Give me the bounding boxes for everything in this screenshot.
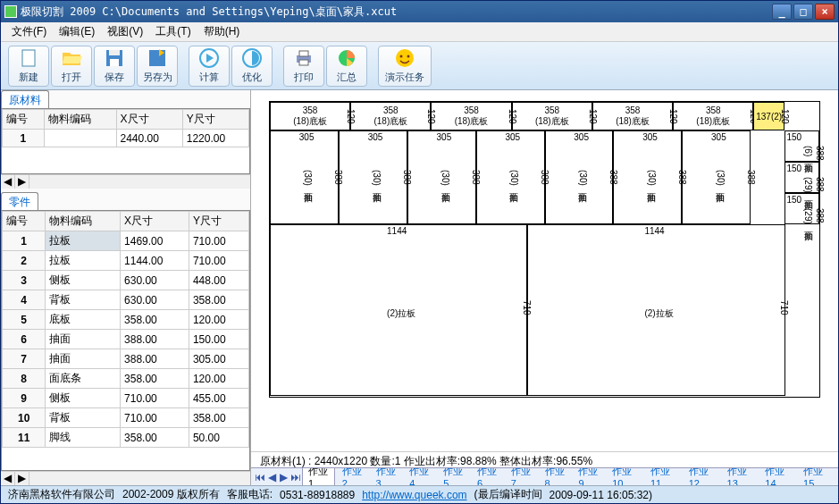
pcol-y[interactable]: Y尺寸 bbox=[189, 212, 248, 231]
close-button[interactable]: × bbox=[815, 4, 835, 20]
table-row[interactable]: 11脚线358.0050.00 bbox=[3, 428, 249, 448]
minimize-button[interactable]: _ bbox=[772, 4, 792, 20]
job-tab[interactable]: 作业8 bbox=[539, 467, 572, 485]
job-tab[interactable]: 作业1 bbox=[302, 467, 335, 485]
job-tab[interactable]: 作业13 bbox=[721, 467, 759, 485]
toolbar: 新建 打开 保存 另存为 计算 优化 打印 汇总 bbox=[1, 42, 838, 90]
app-window: 极限切割 2009 C:\Documents and Settings\Yepi… bbox=[0, 0, 839, 504]
parts-panel: 零件 编号 物料编码 X尺寸 Y尺寸 1拉板1469.00710.002拉板11… bbox=[1, 192, 250, 485]
menu-edit[interactable]: 编辑(E) bbox=[54, 22, 100, 41]
col-code[interactable]: 物料编码 bbox=[44, 110, 116, 130]
print-button[interactable]: 打印 bbox=[283, 46, 324, 87]
job-tab[interactable]: 作业12 bbox=[683, 467, 720, 485]
tab-last[interactable]: ⏭ bbox=[290, 471, 301, 483]
table-row[interactable]: 7抽面388.00305.00 bbox=[3, 349, 249, 369]
table-row[interactable]: 6抽面388.00150.00 bbox=[3, 330, 249, 349]
info-bar: 原材料(1) : 2440x1220 数量:1 作业出材率:98.88% 整体出… bbox=[251, 451, 838, 467]
job-tabstrip: ⏮ ◀ ▶ ⏭ 作业1作业2作业3作业4作业5作业6作业7作业8作业9作业10作… bbox=[251, 467, 838, 485]
job-tab[interactable]: 作业9 bbox=[572, 467, 605, 485]
summary-button[interactable]: 汇总 bbox=[326, 46, 367, 87]
dimension-label: 388 bbox=[746, 170, 756, 185]
right-pane: 358(18)底板120358(18)底板120358(18)底板120358(… bbox=[251, 90, 838, 485]
table-row[interactable]: 12440.001220.00 bbox=[3, 130, 249, 147]
pcol-code[interactable]: 物料编码 bbox=[46, 212, 121, 231]
svg-rect-0 bbox=[22, 50, 35, 66]
job-tab[interactable]: 作业5 bbox=[437, 467, 470, 485]
dimension-label: 305 bbox=[711, 132, 726, 142]
maximize-button[interactable]: □ bbox=[793, 4, 813, 20]
svg-rect-8 bbox=[299, 51, 308, 56]
chart-icon bbox=[336, 47, 357, 69]
dimension-label: 305 bbox=[505, 132, 520, 142]
open-button[interactable]: 打开 bbox=[51, 46, 92, 87]
menu-tools[interactable]: 工具(T) bbox=[150, 22, 196, 41]
job-tab[interactable]: 作业10 bbox=[606, 467, 643, 485]
dimension-label: (30)抽面 bbox=[301, 170, 314, 186]
job-tab[interactable]: 作业6 bbox=[471, 467, 504, 485]
job-tab[interactable]: 作业14 bbox=[759, 467, 796, 485]
save-icon bbox=[104, 47, 125, 69]
status-copyright: 2002-2009 版权所有 bbox=[122, 487, 220, 502]
job-tab[interactable]: 作业3 bbox=[370, 467, 403, 485]
menu-file[interactable]: 文件(F) bbox=[6, 22, 52, 41]
calc-button[interactable]: 计算 bbox=[189, 46, 230, 87]
tab-next[interactable]: ▶ bbox=[278, 471, 289, 483]
tab-prev[interactable]: ◀ bbox=[266, 471, 277, 483]
demo-button[interactable]: 演示任务 bbox=[378, 46, 432, 87]
table-row[interactable]: 10背板710.00358.00 bbox=[3, 408, 249, 428]
new-button[interactable]: 新建 bbox=[8, 46, 49, 87]
new-icon bbox=[18, 47, 39, 69]
dimension-label: 388 bbox=[815, 208, 825, 223]
parts-grid[interactable]: 编号 物料编码 X尺寸 Y尺寸 1拉板1469.00710.002拉板1144.… bbox=[2, 211, 249, 448]
dimension-label: 305 bbox=[642, 132, 658, 142]
dimension-label: (29)抽面 bbox=[801, 208, 814, 224]
parts-tab[interactable]: 零件 bbox=[1, 192, 38, 210]
status-url[interactable]: http://www.queek.com bbox=[362, 489, 466, 501]
smile-icon bbox=[394, 47, 415, 69]
col-x[interactable]: X尺寸 bbox=[116, 110, 182, 130]
table-row[interactable]: 8面底条358.00120.00 bbox=[3, 369, 249, 389]
dimension-label: 305 bbox=[437, 132, 452, 142]
menu-help[interactable]: 帮助(H) bbox=[198, 22, 246, 41]
job-tab[interactable]: 作业7 bbox=[505, 467, 538, 485]
table-row[interactable]: 3侧板630.00448.00 bbox=[3, 271, 249, 290]
dimension-label: (30)抽面 bbox=[645, 170, 658, 186]
job-tab[interactable]: 作业15 bbox=[797, 467, 835, 485]
dimension-label: 305 bbox=[574, 132, 589, 142]
rawmat-scroll[interactable]: ◀▶ bbox=[1, 174, 250, 189]
rawmat-tab[interactable]: 原材料 bbox=[1, 90, 49, 108]
menu-view[interactable]: 视图(V) bbox=[102, 22, 148, 41]
dimension-label: (29)抽面 bbox=[801, 177, 814, 193]
table-row[interactable]: 4背板630.00358.00 bbox=[3, 290, 249, 310]
col-id[interactable]: 编号 bbox=[3, 110, 45, 130]
layout-cell: 358(18)底板 bbox=[512, 102, 592, 130]
col-y[interactable]: Y尺寸 bbox=[182, 110, 248, 130]
table-row[interactable]: 5底板358.00120.00 bbox=[3, 310, 249, 330]
saveas-button[interactable]: 另存为 bbox=[137, 46, 178, 87]
dimension-label: (30)抽面 bbox=[439, 170, 451, 186]
save-button[interactable]: 保存 bbox=[94, 46, 135, 87]
rawmat-panel: 原材料 编号 物料编码 X尺寸 Y尺寸 12440.001220.00 ◀▶ bbox=[1, 90, 250, 189]
statusbar: 济南黑格软件有限公司 2002-2009 版权所有 客服电话: 0531-889… bbox=[1, 485, 838, 503]
window-title: 极限切割 2009 C:\Documents and Settings\Yepi… bbox=[21, 4, 772, 20]
dimension-label: (2)拉板 bbox=[644, 307, 673, 320]
table-row[interactable]: 2拉板1144.00710.00 bbox=[3, 251, 249, 271]
job-tab[interactable]: 作业2 bbox=[336, 467, 369, 485]
optimize-button[interactable]: 优化 bbox=[231, 46, 273, 87]
layout-canvas[interactable]: 358(18)底板120358(18)底板120358(18)底板120358(… bbox=[251, 90, 838, 451]
pcol-x[interactable]: X尺寸 bbox=[121, 212, 189, 231]
dimension-label: 710 bbox=[779, 300, 789, 315]
job-tab[interactable]: 作业4 bbox=[403, 467, 436, 485]
job-tab[interactable]: 作业11 bbox=[644, 467, 682, 485]
table-row[interactable]: 9侧板710.00455.00 bbox=[3, 389, 249, 408]
layout-cell: 358(18)底板 bbox=[673, 102, 753, 130]
pcol-id[interactable]: 编号 bbox=[3, 212, 46, 231]
parts-scroll[interactable]: ◀▶ bbox=[1, 471, 250, 485]
titlebar[interactable]: 极限切割 2009 C:\Documents and Settings\Yepi… bbox=[1, 1, 838, 22]
status-build-label: (最后编译时间 bbox=[474, 487, 542, 502]
rawmat-grid[interactable]: 编号 物料编码 X尺寸 Y尺寸 12440.001220.00 bbox=[2, 109, 249, 147]
tab-first[interactable]: ⏮ bbox=[255, 471, 265, 483]
table-row[interactable]: 1拉板1469.00710.00 bbox=[3, 231, 249, 251]
layout-cell: 358(18)底板 bbox=[270, 102, 350, 130]
dimension-label: 388 bbox=[815, 146, 825, 161]
